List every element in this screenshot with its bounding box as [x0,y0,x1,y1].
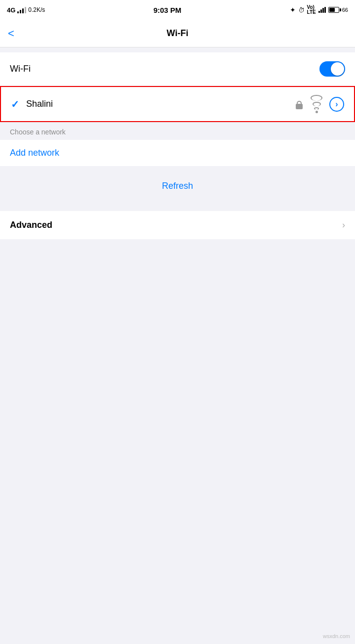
speed-indicator: 0.2K/s [28,6,45,13]
add-network-section: Add network [0,140,355,166]
toggle-knob [331,62,344,76]
wifi-toggle[interactable] [319,61,345,77]
lte-label: Vo)LTE [307,5,316,15]
clock-icon: ⏱ [298,6,305,14]
connected-network-section: ✓ Shalini › [0,86,355,122]
network-name: Shalini [26,99,295,109]
network-detail-button[interactable]: › [329,97,344,112]
connected-checkmark: ✓ [11,98,19,110]
advanced-section[interactable]: Advanced › [0,211,355,239]
wifi-label: Wi-Fi [10,64,31,74]
wifi-signal-icon [318,7,326,13]
bottom-empty-area [0,239,355,378]
page-title: Wi-Fi [167,28,189,39]
add-network-button[interactable]: Add network [10,148,59,158]
battery-percent: 66 [342,7,348,13]
status-left: 4G 0.2K/s [7,6,45,14]
network-icons: › [295,95,344,113]
advanced-chevron-icon: › [342,220,345,230]
back-button[interactable]: < [8,27,14,40]
status-right: ✦ ⏱ Vo)LTE 66 [290,5,348,15]
signal-bars [17,6,26,13]
network-item-shalini[interactable]: ✓ Shalini › [0,86,355,122]
battery-indicator: 66 [328,7,348,13]
header: < Wi-Fi [0,20,355,47]
choose-network-label: Choose a network [0,122,355,140]
wifi-section: Wi-Fi [0,52,355,86]
network-type: 4G [7,6,15,14]
advanced-label: Advanced [10,220,52,230]
wifi-toggle-row: Wi-Fi [0,52,355,86]
watermark: wsxdn.com [323,633,350,639]
back-arrow-icon: < [8,27,14,40]
refresh-section: Refresh [0,166,355,206]
status-bar: 4G 0.2K/s 9:03 PM ✦ ⏱ Vo)LTE 66 [0,0,355,20]
status-time: 9:03 PM [154,6,182,14]
wifi-strength-icon [311,95,322,113]
lock-icon [295,99,304,109]
refresh-button[interactable]: Refresh [162,181,193,191]
bluetooth-icon: ✦ [290,6,296,14]
